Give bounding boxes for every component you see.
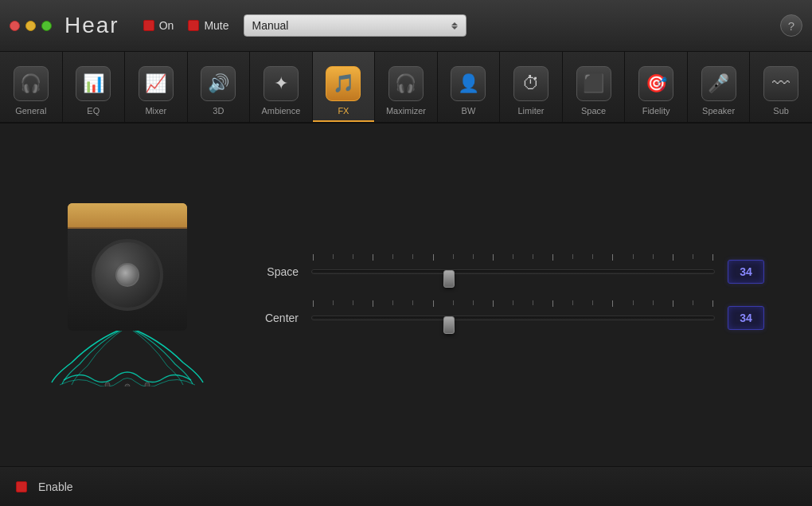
tab-icon-ambience: ✦ [264,66,299,101]
arrow-down-icon [451,26,458,29]
close-button[interactable] [10,21,20,31]
space-label: Space [255,265,299,278]
tab-icon-speaker: 🎤 [701,66,736,101]
mute-indicator [188,20,199,31]
tab-icon-fx: 🎵 [326,66,361,101]
tab-label-limiter: Limiter [518,106,545,116]
center-ticks [311,300,715,307]
space-slider-row: Space [255,260,764,284]
bottom-bar: Enable [0,466,812,506]
tab-label-general: General [15,106,46,116]
on-toggle[interactable]: On [143,19,174,32]
on-indicator [143,20,154,31]
mute-toggle[interactable]: Mute [188,19,228,32]
tab-icon-fidelity: 🎯 [638,66,673,101]
mute-label: Mute [204,19,228,32]
speaker-dust-cap [115,263,139,287]
tab-3d[interactable]: 🔊 3D [188,52,251,122]
space-slider-thumb[interactable] [443,270,455,288]
app-title: Hear [64,13,119,38]
header-controls: On Mute Manual [143,14,467,37]
speaker-cone [92,239,163,311]
space-slider-track[interactable] [311,269,715,274]
svg-point-1 [125,384,130,386]
tab-sub[interactable]: 〰 Sub [750,52,812,122]
help-button[interactable]: ? [780,14,802,37]
tab-speaker[interactable]: 🎤 Speaker [688,52,751,122]
minimize-button[interactable] [25,21,36,31]
tab-label-ambience: Ambience [261,106,300,116]
tab-icon-sub: 〰 [763,66,798,101]
tab-eq[interactable]: 📊 EQ [63,52,126,122]
center-slider-row: Center [255,306,764,330]
arrow-up-icon [451,22,458,25]
tab-label-eq: EQ [87,106,100,116]
main-content: Space [0,124,812,466]
tab-bw[interactable]: 👤 BW [438,52,501,122]
tab-limiter[interactable]: ⏱ Limiter [500,52,563,122]
center-slider-thumb[interactable] [443,316,455,334]
tab-general[interactable]: 🎧 General [0,52,63,122]
maximize-button[interactable] [41,21,52,31]
tab-label-sub: Sub [773,106,789,116]
window-controls [10,21,52,31]
space-slider-container [311,261,715,283]
tab-label-bw: BW [462,106,476,116]
center-slider-container [311,307,715,329]
svg-point-0 [105,382,110,386]
controls-panel: Space [255,260,764,330]
tab-mixer[interactable]: 📈 Mixer [125,52,188,122]
center-label: Center [255,312,299,324]
tab-fidelity[interactable]: 🎯 Fidelity [625,52,688,122]
speaker-box [68,203,187,331]
speaker-waves [48,323,207,386]
enable-indicator [16,481,27,492]
tab-label-speaker: Speaker [702,106,735,116]
on-label: On [159,19,174,32]
tab-ambience[interactable]: ✦ Ambience [250,52,313,122]
tab-label-fx: FX [338,106,349,116]
preset-dropdown[interactable]: Manual [244,14,467,37]
tab-icon-maximizer: 🎧 [388,66,424,101]
tab-label-space: Space [581,106,606,116]
tab-icon-limiter: ⏱ [513,66,548,101]
tab-icon-bw: 👤 [451,66,486,101]
tab-label-maximizer: Maximizer [386,106,426,116]
tab-label-fidelity: Fidelity [642,106,670,116]
tab-label-3d: 3D [213,106,224,116]
svg-point-2 [145,382,150,386]
titlebar: Hear On Mute Manual ? [0,0,812,52]
tab-icon-eq: 📊 [76,66,111,101]
tab-maximizer[interactable]: 🎧 Maximizer [375,52,438,122]
space-value-display: 34 [728,260,764,284]
tab-space[interactable]: ⬛ Space [563,52,626,122]
preset-value: Manual [252,19,447,32]
center-value-display: 34 [728,306,764,330]
tab-icon-3d: 🔊 [201,66,236,101]
tab-icon-space: ⬛ [576,66,611,101]
space-ticks [311,254,715,261]
tab-fx[interactable]: 🎵 FX [313,52,376,122]
speaker-illustration [48,203,207,386]
tab-icon-mixer: 📈 [139,66,174,101]
speaker-box-top [68,203,187,227]
tab-icon-general: 🎧 [14,66,49,101]
enable-label: Enable [38,481,73,493]
dropdown-arrows [451,22,458,29]
tab-label-mixer: Mixer [145,106,166,116]
center-slider-track[interactable] [311,316,715,320]
tabs-bar: 🎧 General 📊 EQ 📈 Mixer 🔊 3D ✦ Ambience 🎵… [0,52,812,124]
